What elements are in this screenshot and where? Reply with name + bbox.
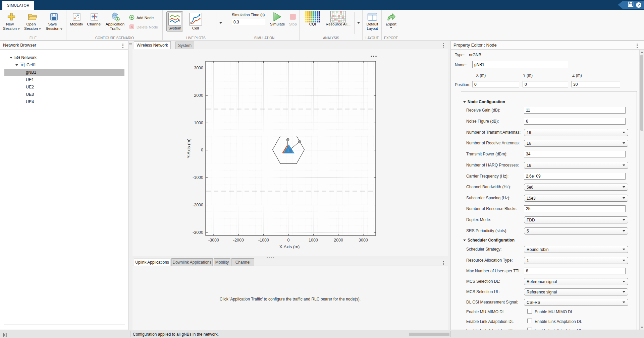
- horizontal-scrollbar-thumb[interactable]: [409, 333, 449, 336]
- save-session-button[interactable]: Save Session: [44, 11, 64, 31]
- field-label: Subcarrier Spacing (Hz):: [466, 196, 510, 200]
- carrier-frequency-input[interactable]: [524, 173, 626, 180]
- noise-figure-input[interactable]: [524, 118, 626, 125]
- transmit-power-input[interactable]: [524, 151, 626, 157]
- help-icon[interactable]: ?: [636, 2, 641, 8]
- resource-allocation-type-dropdown[interactable]: 1: [524, 257, 628, 264]
- tree-item-ue1[interactable]: UE1: [4, 76, 124, 83]
- mcs-selection-ul-dropdown[interactable]: Reference signal: [524, 288, 628, 295]
- svg-text:-1000: -1000: [193, 175, 203, 180]
- figure-tabbar: Wireless Network System: [132, 41, 448, 49]
- open-session-button[interactable]: Open Session: [23, 11, 42, 31]
- enable-link-adaptation-dl-checkbox[interactable]: [527, 319, 532, 323]
- scheduler-configuration-section[interactable]: Scheduler Configuration: [463, 238, 515, 243]
- dropdown-value: 16: [527, 141, 623, 146]
- property-editor-scrollbar[interactable]: [639, 50, 644, 330]
- default-layout-button[interactable]: Default Layout: [363, 11, 381, 31]
- chevron-down-icon: [18, 28, 20, 30]
- scheduler-strategy-dropdown[interactable]: Round robin: [524, 246, 628, 253]
- group-live-plots: System Cell LIVE PLOTS: [163, 10, 229, 40]
- add-node-button[interactable]: Add Node: [129, 15, 154, 21]
- position-x-input[interactable]: [472, 81, 519, 87]
- tree-expand-icon[interactable]: [15, 64, 18, 66]
- resource-allocation-button[interactable]: Resource All...: [324, 11, 352, 26]
- enable-mu-mimo-dl-checkbox[interactable]: [527, 309, 532, 314]
- mobility-button[interactable]: Mobility: [69, 11, 84, 26]
- tree-item-ue4[interactable]: UE4: [4, 98, 124, 106]
- delete-node-button: Delete Node: [129, 24, 158, 30]
- export-button[interactable]: Export: [382, 11, 400, 29]
- group-layout: Default Layout LAYOUT: [363, 10, 382, 40]
- tab-mobility[interactable]: Mobility: [214, 258, 230, 266]
- field-label: Noise Figure (dB):: [466, 119, 499, 124]
- enable-link-adaptation-ul-checkbox[interactable]: [527, 328, 532, 330]
- mcs-selection-dl-dropdown[interactable]: Reference signal: [524, 278, 628, 285]
- tree-expand-icon[interactable]: [10, 57, 12, 59]
- simulate-button[interactable]: Simulate: [268, 11, 287, 26]
- figure-panel-menu-icon[interactable]: [443, 43, 444, 48]
- cqi-button[interactable]: CQI: [304, 11, 321, 26]
- max-users-per-tti-input[interactable]: [524, 268, 626, 274]
- axes-toolbar-ellipsis-icon[interactable]: [371, 56, 377, 57]
- tree-item-ue2[interactable]: UE2: [4, 83, 124, 91]
- group-label-analysis: ANALYSIS: [300, 36, 362, 40]
- scroll-down-icon[interactable]: [641, 327, 643, 328]
- num-harq-processes-dropdown[interactable]: 16: [524, 162, 628, 169]
- system-plot-button[interactable]: System: [166, 11, 183, 31]
- srs-periodicity-dropdown[interactable]: 5: [524, 227, 628, 234]
- checkbox-label: Enable Link Adaptation UL: [535, 328, 582, 330]
- network-tree: 5G Network ★ Cell1 gNB1 UE1 UE2 UE3 UE4: [4, 52, 125, 325]
- tab-uplink-applications[interactable]: Uplink Applications: [134, 259, 170, 266]
- live-plots-gallery-dropdown[interactable]: [218, 11, 224, 34]
- scroll-up-icon[interactable]: [641, 51, 643, 53]
- system-plot-label: System: [168, 26, 181, 30]
- tab-system[interactable]: System: [175, 42, 194, 49]
- save-icon[interactable]: [628, 1, 634, 8]
- dl-csi-measurement-signal-dropdown[interactable]: CSI-RS: [524, 299, 628, 306]
- add-node-icon: [129, 15, 135, 21]
- num-receive-antennas-dropdown[interactable]: 16: [524, 140, 628, 147]
- network-plot: -3000 -2000 -1000 0 1000 2000 3000 3000 …: [132, 49, 448, 256]
- group-label-layout: LAYOUT: [363, 36, 381, 40]
- tree-item-gnb1[interactable]: gNB1: [4, 69, 124, 76]
- network-browser-menu-icon[interactable]: [122, 44, 123, 48]
- property-editor-menu-icon[interactable]: [637, 44, 638, 48]
- scrollbar-thumb[interactable]: [640, 55, 643, 131]
- name-input[interactable]: [472, 61, 568, 68]
- channel-label: Channel: [87, 22, 102, 26]
- duplex-mode-dropdown[interactable]: FDD: [524, 216, 628, 223]
- num-transmit-antennas-dropdown[interactable]: 16: [524, 129, 628, 136]
- svg-text:3000: 3000: [194, 66, 203, 70]
- tab-channel[interactable]: Channel: [231, 258, 254, 266]
- toolstrip: New Session Open Session Save Session FI…: [0, 10, 644, 41]
- tree-item-ue3[interactable]: UE3: [4, 91, 124, 98]
- channel-button[interactable]: Channel: [86, 11, 102, 26]
- tab-downlink-applications[interactable]: Downlink Applications: [171, 258, 213, 266]
- dropdown-value: CSI-RS: [527, 300, 623, 305]
- tab-label: Uplink Applications: [135, 260, 169, 265]
- node-configuration-section[interactable]: Node Configuration: [463, 99, 505, 104]
- receive-gain-input[interactable]: [524, 107, 626, 114]
- right-splitter[interactable]: [448, 41, 450, 330]
- position-y-input[interactable]: [523, 81, 568, 87]
- tab-simulator[interactable]: SIMULATOR: [2, 1, 34, 10]
- position-z-input[interactable]: [571, 81, 620, 87]
- default-layout-icon: [367, 11, 377, 22]
- channel-bandwidth-dropdown[interactable]: 5e6: [524, 184, 628, 191]
- collapse-panel-icon[interactable]: [3, 332, 7, 338]
- delete-node-label: Delete Node: [137, 25, 158, 29]
- num-resource-blocks-input[interactable]: [524, 205, 626, 212]
- application-traffic-button[interactable]: Application Traffic: [104, 11, 126, 31]
- save-session-icon: [50, 11, 58, 22]
- left-splitter[interactable]: [128, 41, 132, 330]
- analysis-gallery-dropdown[interactable]: [356, 11, 362, 34]
- tab-wireless-network[interactable]: Wireless Network: [134, 41, 171, 49]
- bottom-panel-menu-icon[interactable]: [443, 261, 444, 265]
- tab-label: Downlink Applications: [172, 260, 211, 265]
- new-session-button[interactable]: New Session: [2, 11, 21, 31]
- cell-plot-button[interactable]: Cell: [187, 11, 204, 31]
- tree-item-5g-network[interactable]: 5G Network: [4, 54, 124, 61]
- tree-item-cell1[interactable]: ★ Cell1: [4, 61, 124, 69]
- subcarrier-spacing-dropdown[interactable]: 15e3: [524, 195, 628, 202]
- simulation-time-input[interactable]: [232, 19, 266, 25]
